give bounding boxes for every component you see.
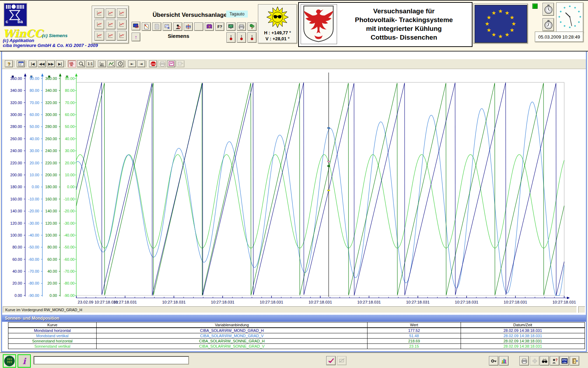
- y-tick-label: 0.00: [50, 293, 57, 298]
- trend-screen-button-7[interactable]: [94, 31, 104, 41]
- scroll-left-button[interactable]: ⇤: [128, 60, 136, 67]
- service-garden-button[interactable]: [247, 22, 257, 31]
- fast-backward-button[interactable]: ◀◀: [38, 60, 46, 67]
- select-curve-button[interactable]: [107, 60, 115, 67]
- report-new-icon: [143, 24, 149, 29]
- y-tick-label: 10.00: [65, 173, 75, 177]
- y-tick-label: -20.00: [28, 209, 39, 213]
- y-tick-label: 40.00: [47, 269, 57, 273]
- plant-control-icon: [185, 24, 191, 29]
- zoom-lens-button[interactable]: [77, 60, 85, 67]
- x-tick-label: 10:27:18.031: [504, 300, 527, 304]
- variable-tag: CIBA_SOLAR\RW_MOND_GRAD_H: [97, 328, 368, 333]
- trend-screen-button-1[interactable]: [94, 8, 104, 18]
- eu-star: ★: [498, 8, 503, 14]
- apply-check-button[interactable]: [326, 356, 336, 365]
- copyright-siemens: (c) Siemens: [42, 33, 68, 38]
- table-row-1[interactable]: Mondstand horizontalCIBA_SOLAR\RW_MOND_G…: [8, 328, 585, 333]
- table-row-2[interactable]: Mondstand vertikalCIBA_SOLAR\RW_MOND_GRA…: [8, 333, 585, 339]
- search-binoculars-button[interactable]: [540, 356, 549, 366]
- monitor-lookup-button[interactable]: [132, 22, 140, 30]
- y-tick-label: -40.00: [28, 233, 39, 237]
- y-tick-label: 340.00: [45, 88, 57, 93]
- print-curve-button[interactable]: [158, 60, 166, 67]
- trend-screen-button-6[interactable]: [117, 20, 127, 29]
- table-row-4[interactable]: Sonnenstand vertikalCIBA_SOLAR\RW_SONNE_…: [8, 344, 585, 349]
- thermometer-button-2[interactable]: [237, 32, 246, 43]
- y-tick-label: -30.00: [64, 221, 75, 225]
- plant-control-button[interactable]: [184, 22, 193, 31]
- first-aid-button[interactable]: [530, 356, 539, 366]
- properties-button[interactable]: [17, 60, 25, 67]
- trend-mini-icon: [96, 22, 103, 27]
- decade-toggle-button[interactable]: 10E0E: [68, 60, 76, 67]
- stopwatch-button-2[interactable]: [542, 18, 554, 31]
- y-tick-label: 220.00: [10, 161, 22, 165]
- eu-star: ★: [491, 32, 496, 37]
- x-tick-label: 10:27:18.031: [308, 300, 332, 304]
- trend-screen-button-9[interactable]: [117, 31, 127, 41]
- fast-forward-button[interactable]: ▶▶: [47, 60, 55, 67]
- print-icon: [238, 24, 245, 29]
- overview-title: Übersicht Versuchsanlage: [153, 12, 227, 19]
- plant-title: Versuchsanlage für Photovoltaik- Trackin…: [338, 7, 470, 42]
- key-login-button[interactable]: [489, 356, 498, 366]
- scroll-right-label: ⇥: [140, 62, 142, 66]
- taskbar-globe-button[interactable]: ??????: [3, 354, 16, 368]
- screen-select-button[interactable]: [226, 22, 236, 31]
- first-record-button[interactable]: |◀: [29, 60, 37, 67]
- report-new-button[interactable]: [142, 22, 151, 31]
- exit-door-button[interactable]: [570, 356, 579, 366]
- navigate-up-button[interactable]: ↑: [132, 33, 140, 41]
- trend-mini-icon: [96, 11, 103, 16]
- wincc-application: c ba WinCC (c) Siemens (c) Applikation c…: [0, 0, 588, 368]
- ciba-logo: c ba: [4, 3, 27, 27]
- direct-help-button[interactable]: F?: [215, 22, 224, 31]
- user-help-button[interactable]: ?: [550, 356, 559, 366]
- export-button[interactable]: [176, 60, 184, 67]
- time-range-button[interactable]: [116, 60, 124, 67]
- plant-title-line1: Versuchsanlage für: [338, 7, 470, 15]
- trend-screen-button-4[interactable]: [94, 20, 104, 29]
- y-tick-label: 80.00: [65, 88, 75, 93]
- thermometer-button-3[interactable]: [247, 32, 257, 43]
- trend-screen-button-8[interactable]: [106, 31, 115, 41]
- curve-moon-vertical: [76, 102, 564, 295]
- table-row-3[interactable]: Sonnenstand horizontalCIBA_SOLAR\RW_SONN…: [8, 339, 585, 344]
- blank-button[interactable]: [194, 22, 203, 31]
- user-login-button[interactable]: [173, 22, 182, 31]
- command-input[interactable]: [34, 356, 189, 364]
- manual-book-button[interactable]: ?: [205, 22, 214, 31]
- plant-title-panel: Versuchsanlage für Photovoltaik- Trackin…: [298, 2, 472, 47]
- select-curve-icon: [108, 61, 114, 67]
- help-button[interactable]: ?: [5, 60, 13, 67]
- value: 23.15: [368, 344, 461, 349]
- report-grey-button[interactable]: [152, 22, 161, 31]
- trend-screen-button-2[interactable]: [106, 8, 115, 18]
- x-tick-label: 10:27:18.031: [162, 300, 186, 304]
- stopwatch-button-1[interactable]: [542, 3, 554, 16]
- thermometer-button-1[interactable]: [226, 32, 236, 43]
- wincc-panel-button[interactable]: c.ba: [560, 356, 569, 366]
- svg-text:?: ?: [555, 358, 558, 362]
- trend-screen-button-5[interactable]: [106, 20, 115, 29]
- bar-statistics-button[interactable]: [499, 356, 509, 366]
- cursor-marker-moon-vertical: [328, 127, 330, 129]
- scroll-right-button[interactable]: ⇥: [137, 60, 145, 67]
- print-screen-button[interactable]: [519, 356, 529, 366]
- chart-export-button[interactable]: [163, 22, 172, 31]
- eagle-icon: [301, 5, 336, 43]
- trend-mini-icon: [119, 11, 125, 16]
- trend-screen-button-3[interactable]: [117, 8, 127, 18]
- print-button[interactable]: [237, 22, 246, 31]
- one-to-one-button[interactable]: 1:1: [86, 60, 94, 67]
- y-tick-label: 50.00: [65, 124, 75, 129]
- y-tick-label: -90.00: [28, 293, 39, 298]
- y-tick-label: 60.00: [12, 257, 22, 261]
- stop-button[interactable]: STOP: [149, 60, 157, 67]
- discard-button[interactable]: [337, 356, 346, 365]
- ruler-button[interactable]: [98, 60, 106, 67]
- taskbar-info-button[interactable]: i: [18, 354, 31, 368]
- last-record-button[interactable]: ▶|: [56, 60, 64, 67]
- save-report-button[interactable]: [167, 60, 175, 67]
